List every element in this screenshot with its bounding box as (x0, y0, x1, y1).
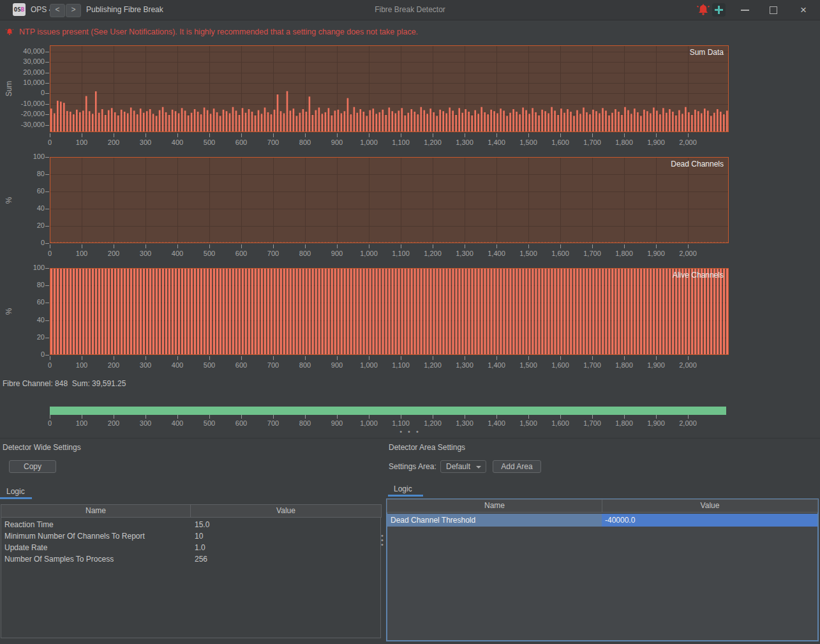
x-tick-dash (560, 244, 561, 248)
slider-selection-bar[interactable] (50, 407, 726, 415)
table-row[interactable]: Update Rate1.0 (1, 542, 380, 553)
chevron-down-icon (476, 466, 481, 468)
y-tick-dash (45, 114, 49, 115)
x-tick-dash (50, 244, 50, 248)
ntp-warning-text: NTP issues present (See User Notificatio… (19, 27, 418, 36)
row-name: Update Rate (4, 542, 47, 553)
slider-tick-dash (82, 415, 82, 419)
chart-title: Sum Data (50, 48, 724, 57)
x-tick-dash (177, 244, 178, 248)
x-tick-dash (401, 244, 401, 248)
tab-logic-right[interactable]: Logic (394, 484, 412, 493)
tab-underline (0, 497, 32, 499)
vertical-splitter-handle[interactable]: ••• (380, 534, 385, 547)
y-tick-label: 60 (0, 298, 45, 306)
alarm-bell-icon[interactable] (696, 3, 710, 17)
x-tick-dash (82, 356, 82, 360)
add-view-button[interactable] (712, 3, 726, 17)
x-tick-dash (656, 356, 657, 360)
maximize-button[interactable] (770, 6, 777, 14)
x-tick-dash (114, 244, 114, 248)
settings-area-label: Settings Area: (389, 462, 436, 471)
chart-plot[interactable] (50, 268, 729, 355)
y-tick-dash (45, 209, 49, 209)
table-row[interactable]: Minimum Number Of Channels To Report10 (1, 530, 380, 542)
minimize-button[interactable] (741, 10, 749, 11)
settings-area-dropdown[interactable]: Default (440, 460, 486, 473)
table-header-value[interactable]: Value (190, 504, 382, 518)
x-tick-dash (528, 244, 529, 248)
dropdown-value: Default (446, 462, 470, 471)
y-tick-label: 100 (0, 153, 45, 160)
table-header-name[interactable]: Name (1, 504, 191, 518)
slider-tick-dash (369, 415, 369, 419)
warning-bell-icon (5, 27, 14, 36)
slider-tick-dash (496, 415, 497, 419)
x-tick-dash (273, 244, 274, 248)
table-row[interactable]: Reaction Time15.0 (1, 519, 380, 530)
x-tick-dash (528, 133, 529, 137)
y-tick-label: 20 (0, 221, 45, 229)
nav-forward-button[interactable]: > (66, 4, 81, 17)
chart-plot[interactable] (50, 45, 729, 132)
x-tick-dash (624, 244, 625, 248)
x-tick-dash (305, 244, 306, 248)
plus-icon (718, 6, 720, 14)
y-tick-label: -10,000 (0, 100, 45, 107)
x-tick-dash (465, 133, 465, 137)
chart-plot[interactable] (50, 157, 729, 243)
slider-tick-dash (688, 415, 689, 419)
x-tick-dash (496, 244, 497, 248)
y-tick-dash (45, 104, 49, 105)
slider-tick-dash (656, 415, 657, 419)
close-button[interactable]: × (797, 4, 810, 17)
x-tick-dash (82, 244, 82, 248)
table-header-name[interactable]: Name (387, 499, 602, 513)
add-area-button[interactable]: Add Area (493, 460, 541, 473)
y-tick-dash (45, 320, 49, 321)
row-name: Number Of Samples To Process (4, 553, 114, 565)
slider-tick-dash (528, 415, 529, 419)
panel-title: Detector Wide Settings (3, 443, 81, 452)
x-tick-dash (145, 356, 146, 360)
slider-tick-dash (177, 415, 178, 419)
table-header-value[interactable]: Value (602, 499, 818, 513)
x-tick-dash (433, 356, 433, 360)
y-tick-label: 10,000 (0, 79, 45, 86)
y-tick-label: 80 (0, 281, 45, 288)
x-tick-dash (177, 356, 178, 360)
x-tick-dash (305, 133, 306, 137)
tab-logic-left[interactable]: Logic (6, 487, 25, 496)
y-tick-label: 40,000 (0, 47, 45, 55)
x-tick-dash (145, 244, 146, 248)
ntp-warning-banner: NTP issues present (See User Notificatio… (5, 27, 418, 37)
row-name: Minimum Number Of Channels To Report (4, 530, 145, 542)
y-tick-dash (45, 226, 49, 227)
row-value: 256 (195, 553, 207, 565)
x-tick-dash (209, 356, 210, 360)
y-tick-label: 80 (0, 170, 45, 177)
copy-button[interactable]: Copy (9, 460, 56, 473)
horizontal-splitter[interactable] (0, 438, 820, 438)
x-tick-dash (465, 244, 465, 248)
row-value-editor[interactable]: -40000.0 (602, 514, 817, 527)
x-tick-label: 2,000 (669, 361, 707, 369)
slider-tick-dash (305, 415, 306, 419)
nav-back-button[interactable]: < (50, 4, 65, 17)
slider-tick-label: 2,000 (669, 419, 707, 427)
window-titlebar: OSB OPS 4 < > Publishing Fibre Break Fib… (0, 0, 820, 20)
x-tick-dash (241, 133, 242, 137)
x-tick-dash (273, 133, 274, 137)
x-tick-dash (114, 133, 114, 137)
x-tick-dash (592, 356, 593, 360)
x-tick-dash (688, 244, 689, 248)
settings-table: Name Value Reaction Time15.0Minimum Numb… (1, 504, 381, 638)
y-tick-dash (45, 174, 49, 175)
table-row[interactable]: Number Of Samples To Process256 (1, 553, 380, 565)
table-row[interactable]: Dead Channel Threshold-40000.0 (387, 514, 817, 527)
horizontal-splitter-handle[interactable]: • • • (0, 428, 820, 435)
x-tick-dash (337, 133, 338, 137)
x-tick-dash (465, 356, 465, 360)
slider-tick-dash (624, 415, 625, 419)
slider-tick-dash (560, 415, 561, 419)
